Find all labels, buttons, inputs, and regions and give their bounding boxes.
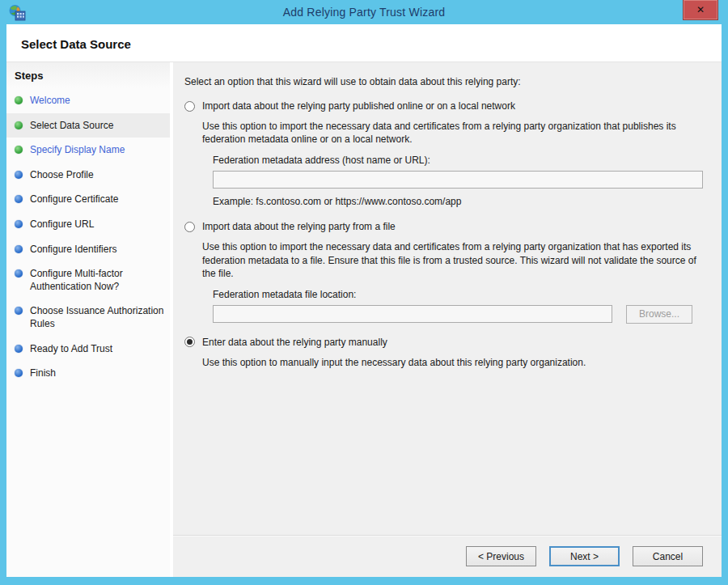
wizard-window: Add Relying Party Trust Wizard ✕ Select … (0, 0, 728, 585)
close-button[interactable]: ✕ (683, 0, 718, 20)
option-description: Use this option to import the necessary … (202, 120, 710, 146)
metadata-address-example: Example: fs.contoso.com or https://www.c… (213, 196, 710, 207)
step-specify-display-name[interactable]: Specify Display Name (6, 138, 170, 163)
step-configure-identifiers: Configure Identifiers (6, 237, 170, 262)
step-status-icon (15, 195, 23, 203)
radio-enter-manually[interactable]: Enter data about the relying party manua… (184, 337, 710, 348)
radio-import-online[interactable]: Import data about the relying party publ… (184, 100, 710, 112)
adfs-app-icon (8, 4, 26, 21)
intro-text: Select an option that this wizard will u… (184, 76, 710, 87)
step-status-icon (15, 146, 23, 154)
previous-button[interactable]: < Previous (466, 546, 536, 566)
radio-label: Import data about the relying party publ… (202, 100, 515, 112)
wizard-dialog: Select Data Source Steps Welcome Select … (6, 24, 722, 577)
step-status-icon (15, 96, 23, 104)
step-configure-certificate: Configure Certificate (6, 187, 170, 212)
page-title: Select Data Source (21, 37, 707, 51)
browse-button[interactable]: Browse... (626, 305, 692, 324)
metadata-address-input[interactable] (213, 171, 703, 189)
close-icon: ✕ (696, 4, 705, 15)
radio-button-icon[interactable] (184, 337, 195, 347)
step-configure-mfa: Configure Multi-factor Authentication No… (6, 261, 170, 299)
step-choose-issuance-rules: Choose Issuance Authorization Rules (6, 299, 170, 336)
metadata-address-label: Federation metadata address (host name o… (213, 155, 710, 166)
step-status-icon (15, 269, 23, 278)
step-select-data-source: Select Data Source (6, 113, 170, 138)
step-choose-profile: Choose Profile (6, 163, 170, 188)
titlebar: Add Relying Party Trust Wizard ✕ (0, 0, 728, 24)
radio-import-file[interactable]: Import data about the relying party from… (184, 221, 710, 232)
step-finish: Finish (6, 361, 170, 386)
step-configure-url: Configure URL (6, 212, 170, 237)
steps-heading: Steps (6, 62, 170, 88)
content-pane: Select an option that this wizard will u… (173, 62, 722, 577)
step-status-icon (15, 369, 23, 377)
step-status-icon (15, 345, 23, 353)
step-status-icon (15, 307, 23, 315)
option-description: Use this option to manually input the ne… (202, 356, 710, 369)
radio-label: Enter data about the relying party manua… (202, 337, 387, 348)
cancel-button[interactable]: Cancel (633, 546, 703, 566)
step-ready-to-add-trust: Ready to Add Trust (6, 337, 170, 362)
step-status-icon (15, 245, 23, 253)
button-bar: < Previous Next > Cancel (173, 535, 722, 577)
radio-button-icon[interactable] (184, 101, 195, 112)
step-status-icon (15, 171, 23, 179)
window-title: Add Relying Party Trust Wizard (283, 6, 446, 19)
page-header: Select Data Source (6, 24, 722, 61)
step-status-icon (15, 121, 23, 129)
steps-sidebar: Steps Welcome Select Data Source Specify… (6, 62, 173, 577)
metadata-file-input[interactable] (213, 305, 612, 323)
step-welcome[interactable]: Welcome (6, 88, 170, 113)
option-description: Use this option to import the necessary … (202, 240, 710, 280)
metadata-file-label: Federation metadata file location: (213, 289, 710, 300)
radio-button-icon[interactable] (184, 222, 195, 232)
next-button[interactable]: Next > (549, 546, 620, 566)
step-status-icon (15, 220, 23, 228)
radio-label: Import data about the relying party from… (202, 221, 396, 232)
